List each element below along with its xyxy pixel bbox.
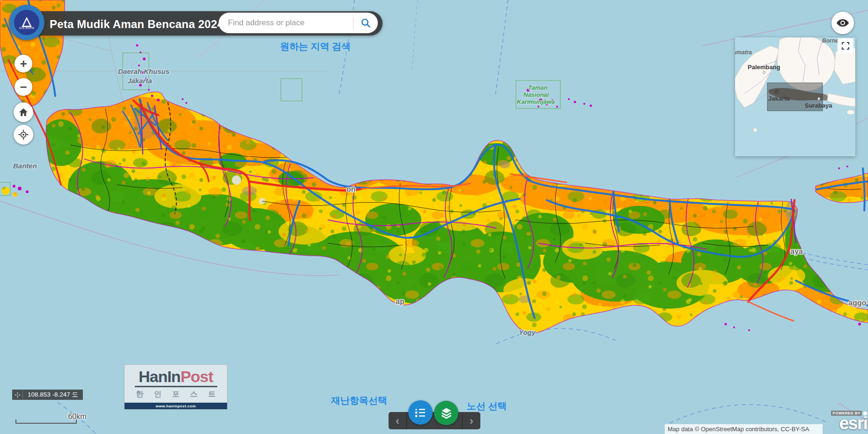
svg-text:Jakarta: Jakarta — [127, 77, 152, 85]
svg-text:Karimunjawa: Karimunjawa — [517, 98, 555, 105]
app-title: Peta Mudik Aman Bencana 2024 — [50, 18, 224, 31]
search-hint-label: 원하는 지역 검색 — [280, 40, 351, 53]
disaster-layers-hint: 재난항목선택 — [331, 394, 387, 407]
haninpost-brand: HanInPost — [139, 369, 213, 384]
locate-icon — [18, 130, 29, 140]
locate-button[interactable] — [14, 125, 33, 145]
search-input[interactable] — [219, 18, 353, 28]
crosshair-move-icon[interactable] — [12, 390, 23, 400]
search-box — [219, 13, 378, 33]
esri-wordmark: esri — [822, 416, 867, 431]
watermark-url: www.haninpost.com — [125, 403, 227, 409]
legend-icon — [414, 406, 427, 419]
svg-text:ap: ap — [396, 297, 405, 305]
bnpb-logo-icon: △ GIS BNPB — [14, 10, 39, 35]
toolbar-divider-left — [406, 412, 407, 429]
svg-text:Daerah Khusus: Daerah Khusus — [118, 67, 169, 75]
layers-icon — [440, 407, 453, 420]
svg-text:Nasional: Nasional — [523, 91, 549, 98]
map-application: Daerah Khusus Jakarta Banten Taman Nasio… — [0, 0, 868, 434]
svg-text:Yogy: Yogy — [519, 328, 536, 336]
search-icon — [360, 18, 371, 28]
esri-logo: POWERED BY esri — [822, 411, 868, 431]
minimap-expand-button[interactable] — [838, 38, 853, 53]
palembang-marker — [763, 72, 765, 74]
legend-button[interactable] — [408, 400, 433, 425]
svg-text:aya: aya — [790, 247, 803, 255]
minimap-borneo-label: Borne — [822, 37, 839, 44]
app-logo: △ GIS BNPB — [9, 5, 44, 40]
expand-icon — [841, 42, 850, 50]
overview-minimap[interactable]: umatra Borne Palembang Jakarta Surabaya — [735, 37, 855, 156]
toolbar-next-button[interactable]: › — [463, 412, 480, 429]
watermark-korean: 한 인 포 스 트 — [132, 390, 220, 399]
home-icon — [19, 108, 28, 116]
svg-text:Taman: Taman — [528, 84, 547, 91]
svg-text:aggo: aggo — [848, 299, 866, 307]
svg-text:on: on — [346, 185, 356, 193]
watermark-rule — [135, 386, 217, 387]
minimap-palembang-label: Palembang — [748, 64, 780, 71]
surabaya-marker — [818, 98, 820, 100]
home-button[interactable] — [14, 102, 33, 122]
eye-button[interactable] — [831, 12, 854, 34]
toolbar-prev-button[interactable]: ‹ — [389, 412, 406, 429]
minimap-surabaya-label: Surabaya — [805, 102, 832, 109]
eye-icon — [836, 19, 849, 27]
minimap-jakarta-label: Jakarta — [768, 95, 790, 102]
minimap-sumatra-label: umatra — [735, 49, 752, 56]
triangle-glyph: △ — [22, 16, 31, 26]
haninpost-watermark: HanInPost 한 인 포 스 트 www.haninpost.com — [124, 364, 228, 410]
scale-bar — [15, 420, 77, 424]
search-button[interactable] — [353, 13, 378, 33]
zoom-in-button[interactable]: + — [15, 55, 32, 72]
zoom-out-button[interactable]: − — [15, 78, 32, 96]
route-select-hint: 노선 선택 — [467, 400, 507, 412]
coordinates-value: 108.853 -8.247 도 — [23, 391, 83, 399]
layers-button[interactable] — [434, 401, 458, 425]
map-attribution: Map data © OpenStreetMap contributors, C… — [665, 424, 823, 434]
coordinates-widget: 108.853 -8.247 도 — [12, 390, 83, 400]
jakarta-marker-dot — [776, 91, 778, 93]
svg-text:Banten: Banten — [13, 162, 37, 170]
